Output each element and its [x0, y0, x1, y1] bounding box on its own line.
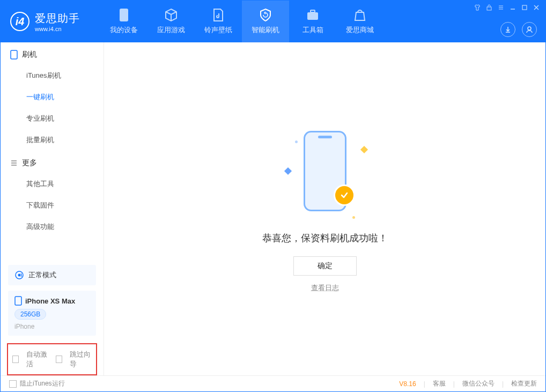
- checkbox-skip-guide[interactable]: [56, 356, 62, 363]
- success-illustration: [282, 125, 368, 222]
- version-label: V8.16: [399, 380, 416, 388]
- device-type: iPhone: [14, 323, 90, 330]
- sidebar-item-batch-flash[interactable]: 批量刷机: [1, 129, 104, 151]
- svg-rect-9: [15, 297, 21, 305]
- checkbox-label-auto-activate: 自动激活: [26, 350, 48, 369]
- footer-right: V8.16 | 客服 | 微信公众号 | 检查更新: [399, 379, 537, 388]
- toolbox-icon: [306, 8, 320, 22]
- sidebar-item-advanced[interactable]: 高级功能: [1, 216, 104, 238]
- svg-rect-1: [307, 12, 318, 20]
- separator: |: [453, 380, 455, 388]
- shirt-icon[interactable]: [474, 4, 481, 11]
- nav-tab-label: 工具箱: [302, 25, 323, 35]
- separator: |: [502, 380, 504, 388]
- decoration-dot: [295, 140, 298, 143]
- decoration-dot: [352, 216, 355, 219]
- nav-tab-apps[interactable]: 应用游戏: [147, 1, 195, 42]
- footer-left: 阻止iTunes运行: [9, 379, 65, 388]
- separator: |: [424, 380, 425, 388]
- app-header: i4 爱思助手 www.i4.cn 我的设备 应用游戏 铃声壁纸 智能刷机 工具…: [1, 1, 545, 42]
- device-name-row: iPhone XS Max: [14, 296, 90, 306]
- logo-icon: i4: [10, 12, 29, 31]
- sidebar: 刷机 iTunes刷机 一键刷机 专业刷机 批量刷机 更多 其他工具 下载固件 …: [1, 42, 104, 375]
- device-name: iPhone XS Max: [25, 297, 75, 305]
- view-log-link[interactable]: 查看日志: [311, 283, 339, 293]
- svg-rect-2: [311, 10, 315, 12]
- body-area: 刷机 iTunes刷机 一键刷机 专业刷机 批量刷机 更多 其他工具 下载固件 …: [1, 42, 545, 375]
- cube-icon: [164, 8, 178, 22]
- sidebar-item-pro-flash[interactable]: 专业刷机: [1, 108, 104, 129]
- music-file-icon: [211, 8, 225, 22]
- device-info-box[interactable]: iPhone XS Max 256GB iPhone: [8, 291, 96, 336]
- svg-rect-0: [120, 9, 128, 21]
- svg-rect-4: [522, 5, 527, 10]
- app-title: 爱思助手: [35, 11, 80, 26]
- nav-tab-label: 我的设备: [110, 25, 138, 35]
- nav-tabs: 我的设备 应用游戏 铃声壁纸 智能刷机 工具箱 爱思商城: [100, 1, 383, 42]
- close-icon[interactable]: [533, 4, 540, 11]
- ok-button[interactable]: 确定: [293, 256, 357, 276]
- minimize-icon[interactable]: [509, 4, 517, 11]
- svg-point-8: [18, 274, 21, 277]
- sparkle-icon: [284, 167, 291, 174]
- footer-link-update[interactable]: 检查更新: [511, 379, 537, 388]
- check-badge-icon: [334, 184, 355, 206]
- phone-small-icon: [14, 296, 22, 306]
- checkbox-label-block-itunes: 阻止iTunes运行: [20, 379, 65, 388]
- footer-link-wechat[interactable]: 微信公众号: [462, 379, 495, 388]
- account-button[interactable]: [522, 22, 537, 37]
- sidebar-group-flash: 刷机: [1, 42, 104, 65]
- nav-tab-store[interactable]: 爱思商城: [336, 1, 383, 42]
- sidebar-item-oneclick-flash[interactable]: 一键刷机: [1, 86, 104, 108]
- checkbox-block-itunes[interactable]: [9, 380, 17, 388]
- nav-tab-label: 铃声壁纸: [204, 25, 232, 35]
- nav-tab-flash[interactable]: 智能刷机: [242, 1, 289, 42]
- footer-link-support[interactable]: 客服: [433, 379, 446, 388]
- logo-text: 爱思助手 www.i4.cn: [35, 11, 80, 32]
- success-message: 恭喜您，保资料刷机成功啦！: [262, 232, 388, 245]
- phone-icon: [117, 8, 131, 22]
- sidebar-group-title: 更多: [22, 158, 37, 168]
- logo-area: i4 爱思助手 www.i4.cn: [1, 11, 90, 32]
- sidebar-item-itunes-flash[interactable]: iTunes刷机: [1, 65, 104, 86]
- svg-rect-6: [11, 50, 17, 59]
- download-button[interactable]: [500, 22, 515, 37]
- header-actions: [500, 22, 537, 37]
- sidebar-group-more: 更多: [1, 151, 104, 173]
- lock-icon[interactable]: [485, 4, 493, 11]
- checkbox-label-skip-guide: 跳过向导: [70, 350, 92, 369]
- sparkle-icon: [360, 145, 367, 153]
- device-mode-label: 正常模式: [28, 270, 56, 280]
- device-capacity: 256GB: [14, 309, 46, 320]
- device-mode-box[interactable]: 正常模式: [8, 265, 96, 285]
- window-controls: [474, 4, 540, 11]
- nav-tab-label: 应用游戏: [157, 25, 185, 35]
- sidebar-bottom: 正常模式 iPhone XS Max 256GB iPhone: [1, 265, 104, 343]
- nav-tab-label: 爱思商城: [346, 25, 374, 35]
- nav-tab-toolbox[interactable]: 工具箱: [289, 1, 336, 42]
- checkbox-auto-activate[interactable]: [12, 356, 19, 363]
- main-content: 恭喜您，保资料刷机成功啦！ 确定 查看日志: [104, 42, 545, 375]
- maximize-icon[interactable]: [521, 4, 528, 11]
- sidebar-group-title: 刷机: [22, 50, 37, 60]
- sidebar-item-download-firmware[interactable]: 下载固件: [1, 195, 104, 216]
- menu-icon[interactable]: [497, 4, 505, 11]
- list-icon: [10, 159, 18, 167]
- svg-rect-3: [487, 7, 491, 10]
- bag-icon: [353, 8, 367, 22]
- app-site: www.i4.cn: [35, 26, 80, 32]
- shield-refresh-icon: [259, 8, 272, 22]
- sidebar-item-other-tools[interactable]: 其他工具: [1, 173, 104, 195]
- mode-icon: [14, 270, 24, 280]
- status-bar: 阻止iTunes运行 V8.16 | 客服 | 微信公众号 | 检查更新: [1, 375, 545, 391]
- device-icon: [10, 50, 18, 60]
- nav-tab-label: 智能刷机: [252, 25, 279, 35]
- highlighted-checkbox-row: 自动激活 跳过向导: [7, 343, 97, 375]
- svg-point-5: [528, 27, 531, 30]
- nav-tab-mydevice[interactable]: 我的设备: [100, 1, 147, 42]
- nav-tab-ringtone[interactable]: 铃声壁纸: [195, 1, 242, 42]
